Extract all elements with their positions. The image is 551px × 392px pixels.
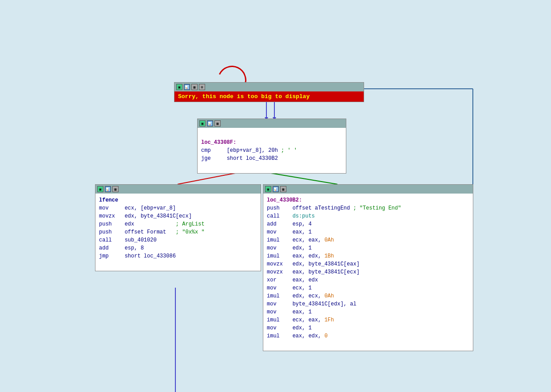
node-mid: ▣ 📊 ▦ loc_43308F: cmp [ebp+var_8], 20h ;…: [197, 119, 346, 174]
mid-icon-green[interactable]: ▣: [199, 120, 206, 127]
left-icon-blue[interactable]: 📊: [105, 186, 111, 192]
node-left: ▣ 📊 ▦ lfence mov ecx, [ebp+var_8] movzx …: [95, 184, 261, 271]
icon-gray-1[interactable]: ▦: [191, 84, 198, 90]
left-titlebar: ▣ 📊 ▦: [95, 185, 261, 194]
left-icon-green[interactable]: ▣: [97, 186, 103, 192]
mid-titlebar: ▣ 📊 ▦: [198, 119, 346, 128]
left-icon-gray[interactable]: ▦: [112, 186, 119, 192]
error-message: Sorry, this node is too big to display: [174, 91, 364, 102]
icon-green[interactable]: ▣: [176, 84, 182, 90]
node-right: ▣ 📊 ▦ loc_4330B2: push offset aTestingEn…: [263, 184, 473, 351]
svg-line-6: [271, 173, 337, 184]
mid-icon-gray[interactable]: ▦: [214, 120, 221, 127]
node-top: ▣ 📊 ▦ ⊞ Sorry, this node is too big to d…: [174, 82, 364, 102]
mid-icon-blue[interactable]: 📊: [207, 120, 213, 127]
left-content: lfence mov ecx, [ebp+var_8] movzx edx, b…: [95, 194, 261, 271]
mid-content: loc_43308F: cmp [ebp+var_8], 20h ; ' ' j…: [198, 128, 346, 173]
right-icon-green[interactable]: ▣: [265, 186, 271, 192]
right-titlebar: ▣ 📊 ▦: [263, 185, 473, 194]
top-titlebar: ▣ 📊 ▦ ⊞: [174, 83, 364, 91]
right-icon-blue[interactable]: 📊: [273, 186, 279, 192]
svg-line-4: [178, 173, 235, 184]
icon-gray-2[interactable]: ⊞: [199, 84, 205, 90]
right-icon-gray[interactable]: ▦: [280, 186, 286, 192]
right-content: loc_4330B2: push offset aTestingEnd ; "T…: [263, 194, 473, 351]
icon-blue[interactable]: 📊: [184, 84, 190, 90]
